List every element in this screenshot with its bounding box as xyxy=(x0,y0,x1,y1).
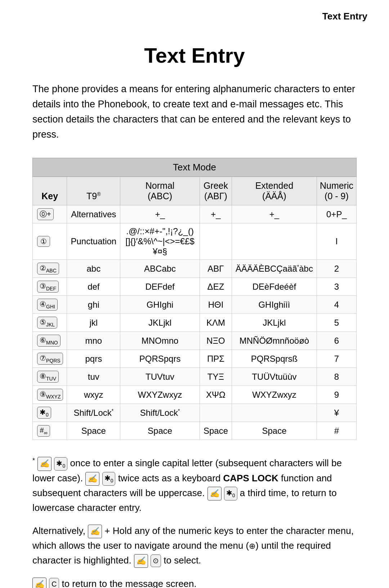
col-header-key: Key xyxy=(33,177,67,205)
hand-icon-5: ✍ xyxy=(134,554,148,568)
cell-extended: DEèFdeéèf xyxy=(232,278,317,296)
cell-t9: pqrs xyxy=(67,350,120,368)
cell-normal: .@/::×#+-",!¡?¿_()[]{}′&%\^~|<>=€£$¥¤§ xyxy=(120,223,200,260)
table-row: ⑥MNOmnoMNOmnoΝΞΟMNÑÖØmnñoöøò6 xyxy=(33,332,357,350)
key-cell: ✱0 xyxy=(33,404,67,422)
table-row: #∞SpaceSpaceSpaceSpace# xyxy=(33,422,357,440)
cell-t9: jkl xyxy=(67,314,120,332)
cell-t9: Shift/Lock* xyxy=(67,404,120,422)
key-icon: ⑥MNO xyxy=(37,335,61,347)
page-header-title: Text Entry xyxy=(322,11,367,22)
cell-t9: wxyz xyxy=(67,386,120,404)
col-header-t9: T9® xyxy=(67,177,120,205)
cell-numeric: 3 xyxy=(317,278,356,296)
cell-extended xyxy=(232,223,317,260)
col-header-numeric: Numeric(0 - 9) xyxy=(317,177,356,205)
cell-extended: Space xyxy=(232,422,317,440)
cell-greek: ΤΥΞ xyxy=(200,368,232,386)
footnote-asterisk: * ✍ ✱0 once to enter a single capital le… xyxy=(32,456,357,515)
key-cell: ⑦PQRS xyxy=(33,350,67,368)
cell-normal: WXYZwxyz xyxy=(120,386,200,404)
table-row: ⑦PQRSpqrsPQRSpqrsΠΡΣPQRSpqrsß7 xyxy=(33,350,357,368)
cell-t9: tuv xyxy=(67,368,120,386)
footnote-return: ✍ C to return to the message screen. xyxy=(32,576,357,588)
cell-normal: Space xyxy=(120,422,200,440)
table-row: ②ABCabcABCabcΑΒΓÄÄÄÄÈBCÇaäã*àbc2 xyxy=(33,260,357,278)
cell-greek: ΚΛΜ xyxy=(200,314,232,332)
key-icon: ②ABC xyxy=(37,263,59,275)
key-cell: ⑤JKL xyxy=(33,314,67,332)
key-cell: ⓪+ xyxy=(33,205,67,223)
cell-greek: ΧΨΩ xyxy=(200,386,232,404)
table-row: ④GHIghiGHIghiΗΘΙGHIghiìì4 xyxy=(33,296,357,314)
cell-extended xyxy=(232,404,317,422)
key-icon: ⑨WXYZ xyxy=(37,389,63,401)
cell-extended: WXYZwxyz xyxy=(232,386,317,404)
table-row: ⑨WXYZwxyzWXYZwxyzΧΨΩWXYZwxyz9 xyxy=(33,386,357,404)
key-icon: #∞ xyxy=(37,425,50,437)
cell-greek: Space xyxy=(200,422,232,440)
hand-icon-1: ✍ xyxy=(37,457,52,471)
key-cell: ⑥MNO xyxy=(33,332,67,350)
key-cell: ① xyxy=(33,223,67,260)
key-icon: ④GHI xyxy=(37,299,58,311)
cell-extended: ÄÄÄÄÈBCÇaäã*àbc xyxy=(232,260,317,278)
cell-greek: ΠΡΣ xyxy=(200,350,232,368)
page-title: Text Entry xyxy=(32,43,357,67)
cell-extended: GHIghiìì xyxy=(232,296,317,314)
footnote-alternatively: Alternatively, ✍ + Hold any of the numer… xyxy=(32,524,357,568)
cell-greek xyxy=(200,223,232,260)
hand-icon-2: ✍ xyxy=(85,472,99,486)
intro-paragraph: The phone provides a means for entering … xyxy=(32,82,357,142)
cell-extended: MNÑÖØmnñoöøò xyxy=(232,332,317,350)
key-cell: #∞ xyxy=(33,422,67,440)
cell-greek: ΑΒΓ xyxy=(200,260,232,278)
cell-numeric: 9 xyxy=(317,386,356,404)
cell-normal: DEFdef xyxy=(120,278,200,296)
star-key-inline-2: ✱0 xyxy=(102,472,116,486)
cell-numeric: 6 xyxy=(317,332,356,350)
key-cell: ④GHI xyxy=(33,296,67,314)
col-header-greek: Greek(ΑΒΓ) xyxy=(200,177,232,205)
cell-numeric: 7 xyxy=(317,350,356,368)
asterisk-star: * xyxy=(32,457,35,464)
cell-normal: PQRSpqrs xyxy=(120,350,200,368)
key-icon: ③DEF xyxy=(37,281,59,293)
cell-numeric: # xyxy=(317,422,356,440)
cell-extended: TUÜVtuüùv xyxy=(232,368,317,386)
cell-t9: def xyxy=(67,278,120,296)
key-icon: ① xyxy=(37,236,50,247)
col-header-extended: Extended(ÄÄÅ) xyxy=(232,177,317,205)
cell-t9: mno xyxy=(67,332,120,350)
cell-t9: abc xyxy=(67,260,120,278)
cell-greek xyxy=(200,404,232,422)
key-cell: ⑧TUV xyxy=(33,368,67,386)
footnotes: * ✍ ✱0 once to enter a single capital le… xyxy=(32,456,357,588)
cell-t9: Punctuation xyxy=(67,223,120,260)
cell-greek: +_ xyxy=(200,205,232,223)
text-mode-table: Text Mode Key T9® Normal(ABC) Greek(ΑΒΓ)… xyxy=(32,158,357,440)
key-icon: ⓪+ xyxy=(37,208,54,220)
cell-numeric: ¥ xyxy=(317,404,356,422)
hand-icon-4: ✍ xyxy=(88,525,102,538)
key-cell: ②ABC xyxy=(33,260,67,278)
cell-extended: PQRSpqrsß xyxy=(232,350,317,368)
cell-numeric: 0+P_ xyxy=(317,205,356,223)
cell-numeric: I xyxy=(317,223,356,260)
cell-extended: JKLjkl xyxy=(232,314,317,332)
cell-t9: Alternatives xyxy=(67,205,120,223)
cell-numeric: 5 xyxy=(317,314,356,332)
cell-numeric: 4 xyxy=(317,296,356,314)
table-row: ⑤JKLjklJKLjklΚΛΜJKLjkl5 xyxy=(33,314,357,332)
cell-normal: +_ xyxy=(120,205,200,223)
cell-greek: ΗΘΙ xyxy=(200,296,232,314)
cell-extended: +_ xyxy=(232,205,317,223)
hand-icon-6: ✍ xyxy=(32,578,46,588)
cell-normal: JKLjkl xyxy=(120,314,200,332)
text-mode-header: Text Mode xyxy=(33,158,357,177)
cell-normal: TUVtuv xyxy=(120,368,200,386)
cell-t9: Space xyxy=(67,422,120,440)
table-row: ①Punctuation.@/::×#+-",!¡?¿_()[]{}′&%\^~… xyxy=(33,223,357,260)
cell-greek: ΔΕΖ xyxy=(200,278,232,296)
cell-greek: ΝΞΟ xyxy=(200,332,232,350)
